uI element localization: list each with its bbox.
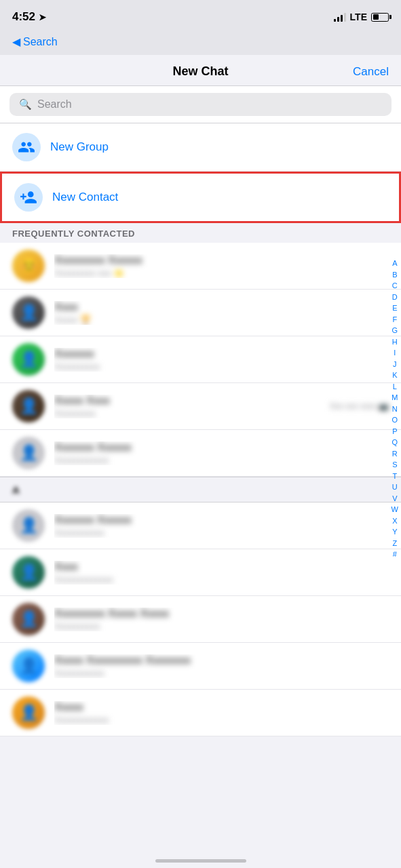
avatar: 👤 xyxy=(12,437,45,469)
alpha-hash[interactable]: # xyxy=(393,549,397,560)
status-bar: 4:52 ➤ LTE xyxy=(0,0,401,34)
contact-sub: Xxxxxxxxxx xyxy=(54,361,389,372)
contact-sub: Xxxxxxxxxxxx xyxy=(54,715,389,725)
new-group-label: New Group xyxy=(50,140,109,154)
new-contact-icon xyxy=(14,183,43,212)
contact-info: Xxxxx Xxxx Xxxxxxxxx xyxy=(54,395,320,418)
alpha-b[interactable]: B xyxy=(392,269,397,281)
contact-info: Xxxxxxx Xxxxxx Xxxxxxxxxxx xyxy=(54,514,389,538)
list-item[interactable]: 😊 Xxxxxxxxx Xxxxxx Xxxxxxxxx xxx ⭐ xyxy=(0,243,401,290)
alpha-v[interactable]: V xyxy=(392,493,397,505)
alpha-u[interactable]: U xyxy=(392,481,398,493)
new-contact-item[interactable]: New Contact xyxy=(0,172,401,223)
alphabet-index[interactable]: A B C D E F G H I J K L M N O P Q R S T … xyxy=(392,258,398,560)
alpha-q[interactable]: Q xyxy=(392,437,398,448)
search-container: 🔍 Search xyxy=(0,86,401,123)
alpha-z[interactable]: Z xyxy=(392,538,397,549)
alpha-g[interactable]: G xyxy=(392,325,398,336)
lte-label: LTE xyxy=(350,12,367,22)
alpha-y[interactable]: Y xyxy=(392,526,397,538)
contact-name: Xxxxx Xxxxxxxxxx Xxxxxxxx xyxy=(54,654,389,667)
alpha-o[interactable]: O xyxy=(392,414,398,426)
alpha-x[interactable]: X xyxy=(392,515,397,527)
alpha-w[interactable]: W xyxy=(392,504,398,515)
section-break: A xyxy=(0,477,401,502)
frequently-contacted-header: FREQUENTLY CONTACTED xyxy=(0,223,401,243)
contact-sub: Xxxxxxxxxx xyxy=(54,621,389,631)
contact-info: Xxxxxxx Xxxxxxxxxx xyxy=(54,348,389,372)
contact-name: Xxxxxxxxx Xxxxx Xxxxx xyxy=(54,608,389,620)
back-navigation[interactable]: ◀ Search xyxy=(0,34,401,55)
list-item[interactable]: 👤 Xxxx Xxxxx 🏆 xyxy=(0,290,401,336)
alpha-k[interactable]: K xyxy=(392,370,397,381)
alpha-e[interactable]: E xyxy=(392,302,397,314)
search-input[interactable]: Search xyxy=(37,98,72,111)
avatar: 👤 xyxy=(12,556,45,589)
alpha-l[interactable]: L xyxy=(393,381,397,393)
contact-sub: Xxxxxxxxx xyxy=(54,408,320,418)
alpha-p[interactable]: P xyxy=(392,426,397,437)
alpha-r[interactable]: R xyxy=(392,448,398,460)
list-item[interactable]: 👤 Xxxxxxx Xxxxxx Xxxxxxxxxxxx xyxy=(0,430,401,477)
home-indicator xyxy=(155,859,246,863)
alpha-f[interactable]: F xyxy=(392,314,397,326)
contact-list: 😊 Xxxxxxxxx Xxxxxx Xxxxxxxxx xxx ⭐ 👤 Xxx… xyxy=(0,243,401,736)
section-letter: A xyxy=(12,484,20,496)
contact-info: Xxxxx Xxxxxxxxxxxx xyxy=(54,701,389,725)
search-bar[interactable]: 🔍 Search xyxy=(9,93,392,116)
contact-info: Xxxxxxxxx Xxxxx Xxxxx Xxxxxxxxxx xyxy=(54,608,389,631)
avatar: 👤 xyxy=(12,509,45,542)
list-item[interactable]: 👤 Xxxxx Xxxxxxxxxxxx xyxy=(0,690,401,736)
search-icon: 🔍 xyxy=(19,98,32,111)
contact-sub: Xxxxxxxxx xxx ⭐ xyxy=(54,268,389,278)
contact-sub: Xxxxx 🏆 xyxy=(54,315,389,325)
page-title: New Chat xyxy=(53,64,348,79)
list-item[interactable]: 👤 Xxxx Xxxxxxxxxxxxx xyxy=(0,549,401,596)
contact-name: Xxxx xyxy=(54,561,389,573)
contact-name: Xxxxxxx xyxy=(54,348,389,360)
list-item[interactable]: 👤 Xxxxxxxxx Xxxxx Xxxxx Xxxxxxxxxx xyxy=(0,596,401,643)
contact-sub: Xxxxxxxxxxxxx xyxy=(54,574,389,585)
contact-name: Xxxxxxx Xxxxxx xyxy=(54,514,389,526)
battery-icon xyxy=(371,13,389,22)
alpha-c[interactable]: C xyxy=(392,280,398,292)
list-item[interactable]: 👤 Xxxxx Xxxx Xxxxxxxxx Xxx xxx xxxx 📷 xyxy=(0,383,401,430)
avatar: 👤 xyxy=(12,296,45,329)
alpha-a[interactable]: A xyxy=(392,258,397,269)
contact-info: Xxxxxxx Xxxxxx Xxxxxxxxxxxx xyxy=(54,441,389,465)
alpha-i[interactable]: I xyxy=(394,347,396,359)
avatar: 👤 xyxy=(12,343,45,376)
page-header: New Chat Cancel xyxy=(0,55,401,86)
list-item[interactable]: 👤 Xxxxxxx Xxxxxx Xxxxxxxxxxx xyxy=(0,502,401,549)
alpha-m[interactable]: M xyxy=(392,392,398,403)
location-icon: ➤ xyxy=(39,12,46,22)
alpha-j[interactable]: J xyxy=(393,359,397,370)
alpha-t[interactable]: T xyxy=(392,471,397,482)
contact-info: Xxxxxxxxx Xxxxxx Xxxxxxxxx xxx ⭐ xyxy=(54,254,389,278)
avatar: 👤 xyxy=(12,650,45,682)
list-item[interactable]: 👤 Xxxxxxx Xxxxxxxxxx xyxy=(0,336,401,383)
avatar: 😊 xyxy=(12,250,45,282)
contact-sub: Xxxxxxxxxxxx xyxy=(54,455,389,465)
back-label: Search xyxy=(23,36,58,48)
cancel-button[interactable]: Cancel xyxy=(348,65,389,79)
contact-meta: Xxx xxx xxxx 📷 xyxy=(330,401,389,411)
contact-name: Xxxxxxxxx Xxxxxx xyxy=(54,254,389,267)
contact-sub: Xxxxxxxxxxx xyxy=(54,668,389,678)
new-group-item[interactable]: New Group xyxy=(0,123,401,172)
avatar: 👤 xyxy=(12,603,45,635)
contact-name: Xxxx xyxy=(54,301,389,313)
alpha-s[interactable]: S xyxy=(392,459,397,471)
list-item[interactable]: 👤 Xxxxx Xxxxxxxxxx Xxxxxxxx Xxxxxxxxxxx xyxy=(0,643,401,690)
avatar: 👤 xyxy=(12,696,45,729)
back-chevron-icon: ◀ xyxy=(12,35,20,48)
action-list: New Group New Contact xyxy=(0,123,401,223)
alpha-n[interactable]: N xyxy=(392,403,398,415)
contact-name: Xxxxx Xxxx xyxy=(54,395,320,407)
contact-name: Xxxxx xyxy=(54,701,389,713)
alpha-d[interactable]: D xyxy=(392,292,398,303)
status-time: 4:52 ➤ xyxy=(12,10,46,24)
new-group-icon xyxy=(12,133,41,161)
new-contact-label: New Contact xyxy=(52,191,118,204)
alpha-h[interactable]: H xyxy=(392,336,398,348)
